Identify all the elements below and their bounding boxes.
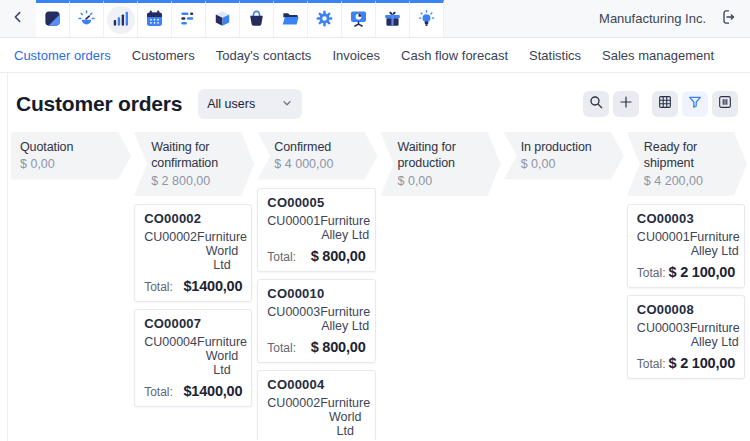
column-waiting-for-production: Waiting for production $ 0,00 <box>381 132 504 440</box>
order-card[interactable]: CO00010 CU00003 Furniture Alley Ltd Tota… <box>257 279 375 363</box>
column-name: Waiting for confirmation <box>151 139 239 172</box>
customer-id: CU00004 <box>144 335 197 377</box>
app-tab-rewards[interactable] <box>376 0 410 37</box>
app-tab-dashboard[interactable] <box>70 0 104 37</box>
app-tab-statistics-active[interactable] <box>104 0 138 37</box>
app-tab-purchases[interactable] <box>240 0 274 37</box>
app-tab-documents[interactable] <box>274 0 308 37</box>
total-label: Total: <box>144 385 173 399</box>
chevron-down-icon <box>281 97 293 112</box>
customer-id: CU00002 <box>267 396 320 438</box>
app-tab-reports[interactable] <box>342 0 376 37</box>
column-name: Confirmed <box>274 139 362 155</box>
logout-door-arrow-icon <box>718 8 736 30</box>
column-amount: $ 4 200,00 <box>644 173 732 189</box>
nav-todays-contacts[interactable]: Today's contacts <box>216 48 312 63</box>
plus-icon <box>618 94 634 114</box>
total-amount: $ 800,00 <box>311 248 366 264</box>
order-id: CO00005 <box>267 196 365 210</box>
nav-invoices[interactable]: Invoices <box>332 48 380 63</box>
order-id: CO00002 <box>144 212 242 226</box>
column-quotation: Quotation $ 0,00 <box>11 132 134 440</box>
logout-button[interactable] <box>718 8 736 30</box>
nav-customer-orders[interactable]: Customer orders <box>14 48 111 63</box>
order-card[interactable]: CO00008 CU00003 Furniture Alley Ltd Tota… <box>627 295 745 379</box>
kanban-column-header[interactable]: Ready for shipment $ 4 200,00 <box>627 132 747 196</box>
column-name: Quotation <box>20 139 116 155</box>
total-label: Total: <box>267 341 296 355</box>
customer-id: CU00001 <box>267 214 320 242</box>
customer-name: Furniture World Ltd <box>320 396 370 438</box>
customer-id: CU00002 <box>144 230 197 272</box>
filter-funnel-icon <box>687 94 703 114</box>
customer-id: CU00003 <box>637 321 690 349</box>
total-label: Total: <box>637 357 666 371</box>
column-name: Ready for shipment <box>644 139 732 172</box>
order-id: CO00008 <box>637 303 735 317</box>
order-card[interactable]: CO00007 CU00004 Furniture World Ltd Tota… <box>134 309 252 407</box>
column-amount: $ 4 000,00 <box>274 156 362 172</box>
customer-name: Furniture Alley Ltd <box>690 230 740 258</box>
kanban-column-header[interactable]: Waiting for production $ 0,00 <box>381 132 501 196</box>
top-app-bar: Manufacturing Inc. <box>0 0 750 38</box>
page-title: Customer orders <box>16 92 182 116</box>
order-id: CO00010 <box>267 287 365 301</box>
order-id: CO00003 <box>637 212 735 226</box>
customer-name: Furniture Alley Ltd <box>320 305 370 333</box>
nav-cash-flow-forecast[interactable]: Cash flow forecast <box>401 48 508 63</box>
order-card[interactable]: CO00003 CU00001 Furniture Alley Ltd Tota… <box>627 204 745 288</box>
kanban-view-button[interactable] <box>712 91 738 117</box>
column-confirmed: Confirmed $ 4 000,00 CO00005 CU00001 Fur… <box>257 132 380 440</box>
column-waiting-for-confirmation: Waiting for confirmation $ 2 800,00 CO00… <box>134 132 257 440</box>
customer-name: Furniture World Ltd <box>197 230 247 272</box>
total-label: Total: <box>267 250 296 264</box>
kanban-column-header[interactable]: Confirmed $ 4 000,00 <box>257 132 377 180</box>
order-id: CO00004 <box>267 378 365 392</box>
back-button[interactable] <box>0 0 36 37</box>
total-amount: $ 2 100,00 <box>668 264 735 280</box>
column-ready-for-shipment: Ready for shipment $ 4 200,00 CO00003 CU… <box>627 132 750 440</box>
order-card[interactable]: CO00005 CU00001 Furniture Alley Ltd Tota… <box>257 188 375 272</box>
column-amount: $ 0,00 <box>521 156 609 172</box>
column-amount: $ 0,00 <box>20 156 116 172</box>
filter-button[interactable] <box>682 91 708 117</box>
toolbar <box>583 91 738 117</box>
chevron-left-icon <box>10 9 26 29</box>
app-tab-planning[interactable] <box>172 0 206 37</box>
total-amount: $1400,00 <box>183 383 242 399</box>
nav-sales-management[interactable]: Sales management <box>602 48 714 63</box>
app-tab-ideas[interactable] <box>410 0 444 37</box>
kanban-column-header[interactable]: Waiting for confirmation $ 2 800,00 <box>134 132 254 196</box>
search-button[interactable] <box>583 91 609 117</box>
nav-customers[interactable]: Customers <box>132 48 195 63</box>
customer-name: Furniture Alley Ltd <box>320 214 370 242</box>
add-button[interactable] <box>613 91 639 117</box>
app-tab-strip <box>36 0 444 37</box>
users-filter-value: All users <box>207 97 255 111</box>
page-header: Customer orders All users <box>8 73 750 132</box>
app-tab-settings[interactable] <box>308 0 342 37</box>
kanban-column-header[interactable]: Quotation $ 0,00 <box>11 132 131 180</box>
column-cards: CO00005 CU00001 Furniture Alley Ltd Tota… <box>257 188 380 441</box>
search-icon <box>588 94 604 114</box>
column-amount: $ 2 800,00 <box>151 173 239 189</box>
total-label: Total: <box>144 280 173 294</box>
kanban-column-header[interactable]: In production $ 0,00 <box>504 132 624 180</box>
customer-id: CU00003 <box>267 305 320 333</box>
customer-name: Furniture Alley Ltd <box>690 321 740 349</box>
column-amount: $ 0,00 <box>398 173 486 189</box>
table-view-icon <box>657 94 673 114</box>
app-tab-logo[interactable] <box>36 0 70 37</box>
table-view-button[interactable] <box>652 91 678 117</box>
app-tab-calendar[interactable] <box>138 0 172 37</box>
users-filter-dropdown[interactable]: All users <box>198 89 302 119</box>
order-card[interactable]: CO00004 CU00002 Furniture World Ltd Tota… <box>257 370 375 441</box>
total-amount: $ 800,00 <box>311 339 366 355</box>
order-id: CO00007 <box>144 317 242 331</box>
column-cards: CO00003 CU00001 Furniture Alley Ltd Tota… <box>627 204 750 379</box>
app-tab-inventory[interactable] <box>206 0 240 37</box>
order-card[interactable]: CO00002 CU00002 Furniture World Ltd Tota… <box>134 204 252 302</box>
nav-statistics[interactable]: Statistics <box>529 48 581 63</box>
column-name: In production <box>521 139 609 155</box>
column-cards: CO00002 CU00002 Furniture World Ltd Tota… <box>134 204 257 407</box>
